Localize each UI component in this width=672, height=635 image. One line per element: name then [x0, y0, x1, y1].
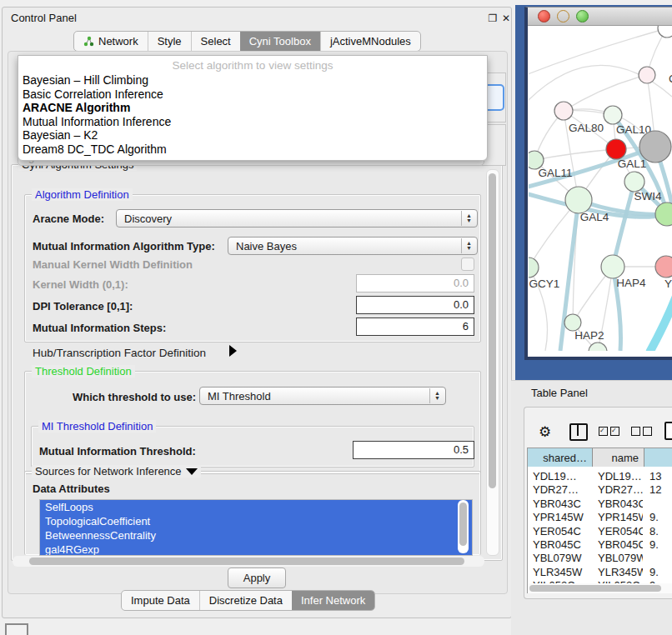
network-node[interactable] — [639, 131, 671, 162]
gear-icon[interactable]: ⚙ — [539, 423, 551, 441]
tab-network[interactable]: Network — [74, 32, 148, 51]
network-node-hap2[interactable] — [564, 314, 581, 331]
table-column-header[interactable]: shared… — [528, 448, 593, 467]
table-cell[interactable]: YLR345W — [533, 566, 591, 578]
network-node-gal[interactable] — [639, 67, 655, 83]
network-node-y[interactable] — [655, 256, 672, 278]
spinner-arrows-icon: ▲▼ — [429, 388, 444, 403]
mi-threshold-field[interactable]: 0.5 — [353, 441, 474, 459]
deselect-all-icon[interactable] — [631, 427, 652, 436]
table-column-header[interactable] — [644, 448, 672, 467]
kernel-width-field[interactable]: 0.0 — [356, 274, 474, 292]
algorithm-option[interactable]: Bayesian – K2 — [23, 128, 98, 142]
tab-cyni-toolbox[interactable]: Cyni Toolbox — [240, 32, 320, 51]
which-threshold-select[interactable]: MI Threshold ▲▼ — [199, 387, 446, 405]
table-cell[interactable]: 9. — [649, 511, 672, 523]
network-node-label: HAP4 — [616, 277, 646, 289]
table-cell[interactable]: YPR145W — [598, 511, 643, 523]
manual-kernel-checkbox[interactable] — [461, 258, 474, 271]
dpi-tolerance-label: DPI Tolerance [0,1]: — [33, 300, 133, 312]
collapsed-arrow-icon[interactable] — [229, 345, 237, 357]
table-cell[interactable]: YBL079W — [598, 552, 643, 564]
network-node-swi4[interactable] — [624, 172, 644, 192]
float-icon[interactable]: ❐ — [487, 12, 499, 24]
select-all-icon[interactable]: ✓ ✓ — [599, 427, 619, 436]
node-table[interactable]: shared…nameYDL19…YDL19…13YDR27…YDR27…12Y… — [527, 448, 672, 593]
table-cell[interactable]: 12 — [649, 483, 672, 496]
algorithm-option[interactable]: Dream8 DC_TDC Algorithm — [23, 142, 167, 156]
table-column-header[interactable]: name — [593, 448, 644, 467]
table-cell[interactable]: 9. — [649, 538, 672, 551]
network-node-label: HAP2 — [574, 329, 604, 342]
algorithm-option[interactable]: Mutual Information Inference — [23, 115, 171, 128]
expanded-arrow-icon[interactable] — [186, 468, 198, 475]
table-cell[interactable]: YDR27… — [598, 483, 643, 496]
data-attributes-list[interactable]: SelfLoopsTopologicalCoefficientBetweenne… — [39, 499, 473, 556]
data-attribute-item[interactable]: BetweennessCentrality — [40, 528, 472, 542]
network-node-gal80[interactable] — [554, 102, 573, 120]
split-columns-icon[interactable] — [569, 423, 588, 441]
tab-label: Select — [201, 35, 231, 48]
settings-vscrollbar[interactable] — [486, 169, 499, 556]
table-cell[interactable]: YBR045C — [598, 538, 643, 551]
attributes-vscrollbar[interactable] — [458, 500, 469, 553]
network-node-label: SWI4 — [634, 190, 661, 202]
close-traffic-icon[interactable] — [538, 10, 550, 22]
dpi-tolerance-field[interactable]: 0.0 — [356, 296, 474, 314]
table-cell[interactable]: 13 — [649, 470, 672, 482]
table-cell[interactable]: YBR043C — [598, 498, 643, 510]
mi-steps-field[interactable]: 6 — [356, 318, 474, 336]
sources-title: Sources for Network Inference — [35, 465, 182, 478]
table-cell[interactable]: YBL079W — [533, 552, 591, 564]
apply-button[interactable]: Apply — [228, 568, 286, 588]
network-node-gal1[interactable] — [606, 139, 626, 159]
algorithm-option[interactable]: Basic Correlation Inference — [23, 88, 163, 101]
table-cell[interactable]: YER054C — [533, 525, 591, 538]
data-attribute-item[interactable]: TopologicalCoefficient — [40, 514, 472, 528]
table-cell[interactable]: YDL19… — [598, 470, 643, 482]
control-panel-tabs: NetworkStyleSelectCyni ToolboxjActiveMNo… — [73, 31, 421, 52]
network-node-gcy1[interactable] — [529, 258, 539, 278]
table-cell[interactable]: YDR27… — [533, 483, 591, 496]
hub-definition-toggle[interactable]: Hub/Transcription Factor Definition — [33, 347, 206, 359]
tab-select[interactable]: Select — [191, 32, 240, 51]
network-graph[interactable]: GALGAL80GAL10GAL1GAL11GAL4SWI4GCY1HAP4YH… — [529, 26, 672, 351]
control-panel-title: Control Panel — [11, 12, 77, 24]
network-window-titlebar[interactable] — [528, 8, 672, 26]
data-attribute-item[interactable]: gal4RGexp — [40, 542, 472, 556]
table-cell[interactable]: YLR345W — [598, 566, 643, 578]
mi-type-select[interactable]: Naive Bayes ▲▼ — [228, 237, 478, 255]
algorithm-option[interactable]: ARACNE Algorithm — [23, 101, 130, 114]
table-cell[interactable]: YDL19… — [533, 470, 591, 482]
bottom-tab-impute-data[interactable]: Impute Data — [122, 591, 199, 610]
minimized-panel-icon[interactable] — [5, 623, 28, 635]
network-node-gal4[interactable] — [565, 187, 592, 213]
network-node-hap4[interactable] — [601, 255, 624, 278]
table-cell[interactable]: YER054C — [598, 525, 643, 538]
close-icon[interactable]: ✕ — [500, 12, 512, 24]
aracne-mode-select[interactable]: Discovery ▲▼ — [116, 209, 478, 228]
network-node-gal10[interactable] — [604, 106, 622, 124]
table-cell[interactable]: YPR145W — [533, 511, 591, 523]
settings-hscrollbar[interactable] — [13, 556, 484, 567]
tab-jactivemnodules[interactable]: jActiveMNodules — [320, 32, 420, 51]
network-node[interactable] — [658, 26, 672, 38]
spinner-arrows-icon: ▲▼ — [461, 238, 476, 253]
network-node[interactable] — [589, 342, 607, 351]
bottom-tab-infer-network[interactable]: Infer Network — [292, 591, 374, 610]
algorithm-definition-title: Algorithm Definition — [32, 188, 133, 201]
table-cell[interactable]: YBR043C — [533, 498, 591, 510]
minimize-traffic-icon[interactable] — [557, 10, 569, 22]
table-cell[interactable]: 8. — [649, 525, 672, 538]
bottom-tab-discretize-data[interactable]: Discretize Data — [199, 591, 292, 610]
table-hscrollbar[interactable] — [528, 583, 672, 593]
table-cell[interactable]: YBR045C — [533, 538, 591, 551]
data-attribute-item[interactable]: SelfLoops — [40, 500, 472, 514]
tab-style[interactable]: Style — [148, 32, 191, 51]
table-cell[interactable]: 9. — [649, 566, 672, 578]
zoom-traffic-icon[interactable] — [576, 10, 589, 22]
network-edge — [649, 294, 672, 351]
tab-label: Network — [98, 35, 138, 48]
file-icon[interactable] — [664, 422, 672, 440]
algorithm-option[interactable]: Bayesian – Hill Climbing — [23, 73, 148, 87]
